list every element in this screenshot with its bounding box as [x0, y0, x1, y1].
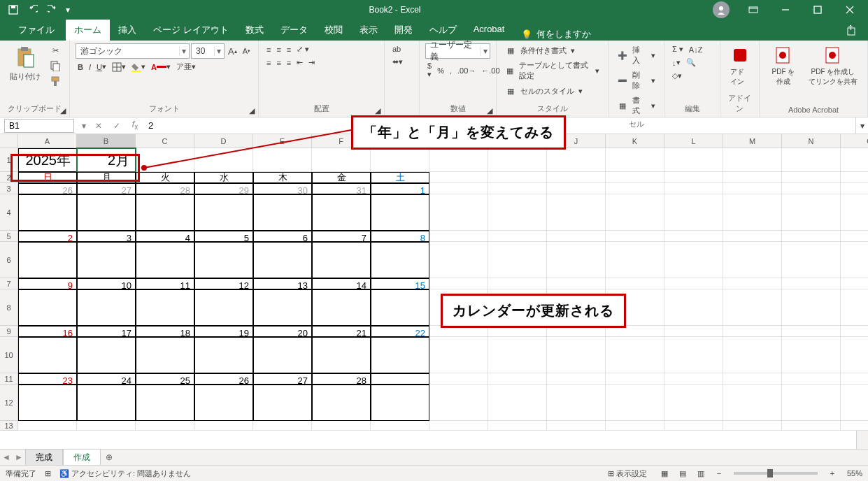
calendar-day[interactable]: 11 — [136, 278, 194, 289]
calendar-day[interactable]: 15 — [371, 278, 429, 289]
tab-表示[interactable]: 表示 — [351, 20, 386, 41]
column-header-O[interactable]: O — [841, 134, 868, 148]
fill-button[interactable]: ↓ ▾ — [670, 57, 683, 69]
calendar-day[interactable]: 31 — [312, 183, 371, 194]
autosum-button[interactable]: Σ ▾ — [670, 43, 685, 55]
phonetic-button[interactable]: ア亜 ▾ — [174, 60, 198, 73]
calendar-day[interactable]: 23 — [18, 373, 77, 385]
calendar-day[interactable]: 18 — [136, 326, 194, 337]
tab-校閲[interactable]: 校閲 — [316, 20, 351, 41]
calendar-note[interactable] — [77, 242, 136, 278]
tab-Acrobat[interactable]: Acrobat — [465, 20, 513, 41]
name-box-dropdown[interactable]: ▾ — [78, 121, 90, 131]
row-header-3[interactable]: 3 — [0, 183, 18, 194]
tab-数式[interactable]: 数式 — [237, 20, 272, 41]
calendar-day[interactable]: 12 — [194, 278, 253, 289]
column-header-C[interactable]: C — [136, 134, 194, 148]
find-select-button[interactable]: 🔍 — [684, 57, 698, 69]
calendar-day[interactable]: 7 — [312, 231, 371, 242]
calendar-day[interactable]: 5 — [194, 231, 253, 242]
calendar-day[interactable]: 8 — [371, 231, 429, 242]
calendar-note[interactable] — [77, 289, 136, 326]
merge-center-button[interactable]: ⬌ ▾ — [390, 56, 405, 68]
row-header-8[interactable]: 8 — [0, 289, 18, 326]
sheet-nav-next[interactable]: ► — [13, 450, 25, 465]
calendar-day[interactable]: 16 — [18, 326, 77, 337]
calendar-day[interactable]: 28 — [312, 373, 371, 385]
italic-button[interactable]: I — [87, 62, 93, 73]
wrap-text-button[interactable]: ab — [390, 43, 403, 55]
calendar-note[interactable] — [371, 289, 429, 326]
align-middle-icon[interactable]: ≡ — [274, 44, 283, 55]
row-header-13[interactable]: 13 — [0, 421, 18, 431]
decrease-indent-icon[interactable]: ⇤ — [294, 57, 305, 69]
calendar-note[interactable] — [312, 242, 371, 278]
zoom-out-button[interactable]: − — [710, 467, 728, 480]
clear-button[interactable]: ◇ ▾ — [670, 70, 684, 82]
minimize-icon[interactable] — [770, 0, 801, 20]
comma-format-button[interactable]: , — [448, 65, 454, 76]
calendar-note[interactable] — [194, 385, 253, 421]
enter-formula-icon[interactable]: ✓ — [108, 121, 126, 131]
calendar-note[interactable] — [371, 194, 429, 231]
calendar-day[interactable]: 28 — [136, 183, 194, 194]
calendar-note[interactable] — [18, 194, 77, 231]
calendar-note[interactable] — [194, 242, 253, 278]
fx-icon[interactable]: fx — [126, 120, 144, 131]
column-header-M[interactable]: M — [723, 134, 782, 148]
normal-view-icon[interactable]: ▦ — [655, 467, 674, 480]
calendar-day[interactable]: 6 — [253, 231, 312, 242]
status-accessibility[interactable]: ♿ アクセシビリティ: 問題ありません — [59, 468, 191, 479]
calendar-note[interactable] — [18, 289, 77, 326]
zoom-in-button[interactable]: + — [823, 467, 841, 480]
calendar-day[interactable]: 13 — [253, 278, 312, 289]
accounting-format-button[interactable]: $ ▾ — [425, 60, 434, 80]
increase-font-icon[interactable]: A▴ — [226, 45, 239, 58]
row-header-6[interactable]: 6 — [0, 242, 18, 278]
calendar-note[interactable] — [253, 242, 312, 278]
calendar-day[interactable]: 2 — [18, 231, 77, 242]
calendar-note[interactable] — [253, 289, 312, 326]
weekday-header[interactable]: 水 — [194, 172, 253, 183]
row-header-5[interactable]: 5 — [0, 231, 18, 242]
tab-データ[interactable]: データ — [272, 20, 316, 41]
font-size-combo[interactable]: 30▾ — [191, 43, 225, 59]
select-all-corner[interactable] — [0, 134, 18, 148]
calendar-note[interactable] — [312, 194, 371, 231]
display-settings-button[interactable]: ⊞ 表示設定 — [608, 468, 647, 479]
calendar-note[interactable] — [253, 194, 312, 231]
calendar-note[interactable] — [136, 385, 194, 421]
increase-decimal-button[interactable]: .00→ — [455, 65, 478, 76]
ribbon-display-options-icon[interactable] — [738, 0, 769, 20]
page-break-view-icon[interactable]: ▥ — [692, 467, 710, 480]
sort-filter-button[interactable]: A↓Z — [687, 44, 705, 55]
calendar-note[interactable] — [371, 337, 429, 373]
page-layout-view-icon[interactable]: ▤ — [674, 467, 692, 480]
name-box[interactable]: B1 — [4, 119, 74, 133]
calendar-note[interactable] — [371, 242, 429, 278]
calendar-note[interactable] — [77, 194, 136, 231]
format-painter-button[interactable] — [48, 74, 63, 88]
calendar-day[interactable]: 27 — [253, 373, 312, 385]
calendar-note[interactable] — [136, 194, 194, 231]
sheet-nav-prev[interactable]: ◄ — [0, 450, 13, 465]
calendar-note[interactable] — [18, 242, 77, 278]
add-sheet-button[interactable]: ⊕ — [101, 452, 118, 462]
calendar-day[interactable]: 25 — [136, 373, 194, 385]
column-header-N[interactable]: N — [782, 134, 841, 148]
align-left-icon[interactable]: ≡ — [264, 57, 273, 69]
insert-cells-button[interactable]: ➕挿入 ▾ — [614, 43, 658, 67]
decrease-font-icon[interactable]: A▾ — [241, 45, 252, 57]
orientation-icon[interactable]: ⤢ ▾ — [294, 43, 311, 55]
tab-ホーム[interactable]: ホーム — [66, 20, 110, 41]
tab-開発[interactable]: 開発 — [386, 20, 421, 41]
calendar-note[interactable] — [136, 242, 194, 278]
row-header-4[interactable]: 4 — [0, 194, 18, 231]
calendar-note[interactable] — [312, 289, 371, 326]
weekday-header[interactable]: 木 — [253, 172, 312, 183]
calendar-note[interactable] — [194, 337, 253, 373]
clipboard-dialog-launcher[interactable]: ◢ — [58, 106, 68, 115]
calendar-day[interactable]: 3 — [77, 231, 136, 242]
row-header-10[interactable]: 10 — [0, 337, 18, 373]
column-header-D[interactable]: D — [194, 134, 253, 148]
